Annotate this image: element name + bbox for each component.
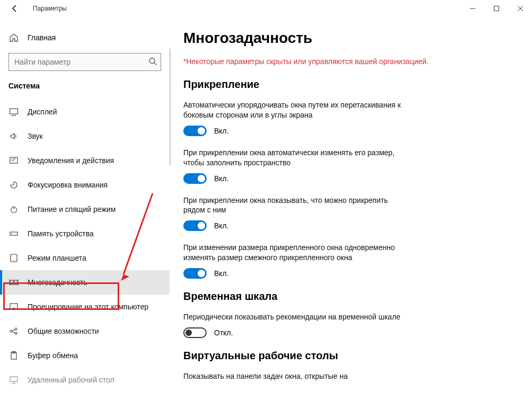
titlebar: Параметры — [0, 0, 532, 17]
sidebar-item-label: Общие возможности — [28, 327, 99, 335]
sidebar-item-label: Проецирование на этот компьютер — [28, 303, 148, 311]
sidebar-item-label: Фокусировка внимания — [28, 181, 108, 189]
toggle-snap-assist[interactable] — [183, 220, 207, 231]
page-title: Многозадачность — [183, 30, 516, 47]
home-label: Главная — [28, 33, 56, 42]
content: Многозадачность *Некоторые параметры скр… — [170, 17, 532, 400]
home-item[interactable]: Главная — [0, 30, 170, 49]
sidebar-item-sound[interactable]: Звук — [0, 124, 170, 148]
setting-text: Периодически показывать рекомендации на … — [183, 312, 411, 322]
svg-rect-2 — [10, 109, 18, 114]
setting-text: Показывать на панели задач окна, открыты… — [183, 371, 411, 381]
sidebar-item-label: Память устройства — [28, 229, 94, 238]
org-notice: *Некоторые параметры скрыты или управляю… — [183, 57, 516, 66]
sidebar-item-notifications[interactable]: Уведомления и действия — [0, 148, 170, 173]
sidebar-item-display[interactable]: Дисплей — [0, 100, 170, 124]
toggle-state-label: Вкл. — [214, 269, 229, 278]
svg-rect-10 — [14, 280, 17, 285]
search-wrap — [8, 53, 161, 71]
svg-rect-0 — [494, 6, 499, 11]
multitasking-icon — [8, 278, 19, 287]
toggle-state-label: Вкл. — [214, 127, 229, 135]
svg-point-6 — [11, 233, 12, 234]
sidebar-item-power[interactable]: Питание и спящий режим — [0, 197, 170, 221]
minimize-button[interactable] — [460, 0, 484, 17]
search-icon — [148, 57, 157, 67]
sidebar-item-clipboard[interactable]: Буфер обмена — [0, 343, 170, 368]
section-title-timeline: Временная шкала — [183, 290, 516, 303]
arrow-left-icon — [11, 4, 19, 13]
svg-rect-17 — [10, 377, 17, 381]
svg-point-1 — [149, 58, 155, 64]
svg-rect-5 — [10, 232, 17, 235]
setting-text: При изменении размера прикрепленного окн… — [183, 243, 411, 263]
toggle-snap-resize-adjacent[interactable] — [183, 268, 207, 279]
sound-icon — [8, 131, 19, 141]
window-title: Параметры — [25, 5, 67, 12]
svg-point-13 — [15, 328, 17, 330]
sidebar-item-label: Уведомления и действия — [28, 156, 114, 165]
clipboard-icon — [8, 351, 19, 360]
setting-text: При прикреплении окна показывать, что мо… — [183, 195, 411, 216]
section-title-snap: Прикрепление — [183, 78, 516, 91]
notifications-icon — [8, 156, 19, 165]
sidebar-item-label: Удаленный рабочий стол — [28, 376, 114, 384]
maximize-button[interactable] — [484, 0, 508, 17]
power-icon — [8, 205, 19, 214]
toggle-state-label: Вкл. — [214, 174, 229, 183]
maximize-icon — [494, 6, 499, 11]
sidebar: Главная Система Дисплей Звук Уведомления… — [0, 17, 170, 400]
toggle-snap-fill[interactable] — [183, 173, 207, 184]
sidebar-item-tablet[interactable]: Режим планшета — [0, 246, 170, 270]
sidebar-item-label: Многозадачность — [28, 278, 87, 287]
sidebar-item-label: Дисплей — [28, 108, 57, 116]
svg-point-12 — [10, 330, 12, 332]
sidebar-item-label: Питание и спящий режим — [28, 205, 116, 214]
sidebar-item-label: Режим планшета — [28, 254, 86, 262]
close-button[interactable] — [508, 0, 532, 17]
setting-text: При прикреплении окна автоматически изме… — [183, 148, 411, 168]
svg-point-14 — [15, 332, 17, 334]
focus-icon — [8, 180, 19, 190]
sidebar-item-focus[interactable]: Фокусировка внимания — [0, 173, 170, 197]
setting-text: Автоматически упорядочивать окна путем и… — [183, 100, 411, 120]
storage-icon — [8, 229, 19, 238]
shared-icon — [8, 326, 19, 336]
sidebar-item-projecting[interactable]: Проецирование на этот компьютер — [0, 295, 170, 319]
nav: Дисплей Звук Уведомления и действия Фоку… — [0, 100, 170, 392]
section-title-virtual-desktops: Виртуальные рабочие столы — [183, 350, 516, 362]
sidebar-item-storage[interactable]: Память устройства — [0, 221, 170, 246]
sidebar-item-shared[interactable]: Общие возможности — [0, 319, 170, 343]
toggle-timeline-suggestions[interactable] — [183, 327, 207, 338]
sidebar-group-title: Система — [0, 82, 170, 100]
sidebar-item-label: Звук — [28, 132, 43, 140]
back-button[interactable] — [4, 4, 25, 13]
sidebar-item-remote[interactable]: Удаленный рабочий стол — [0, 368, 170, 392]
home-icon — [8, 33, 19, 42]
remote-icon — [8, 375, 19, 385]
close-icon — [518, 6, 523, 11]
tablet-icon — [8, 253, 19, 263]
sidebar-item-label: Буфер обмена — [28, 351, 78, 360]
display-icon — [8, 107, 19, 117]
projecting-icon — [8, 302, 19, 312]
search-input[interactable] — [8, 53, 161, 71]
svg-rect-9 — [10, 280, 13, 285]
scrollbar[interactable] — [170, 49, 171, 165]
svg-point-8 — [13, 260, 14, 261]
toggle-state-label: Вкл. — [214, 221, 229, 230]
toggle-state-label: Откл. — [214, 328, 233, 337]
minimize-icon — [470, 6, 475, 11]
toggle-snap-auto-arrange[interactable] — [183, 126, 207, 136]
sidebar-item-multitasking[interactable]: Многозадачность — [0, 270, 170, 295]
